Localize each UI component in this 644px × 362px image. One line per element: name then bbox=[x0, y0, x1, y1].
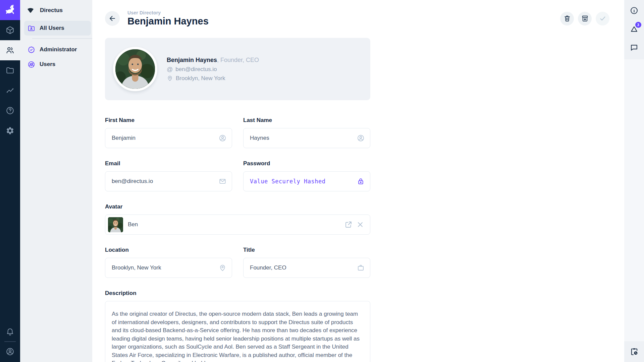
field-label: Title bbox=[243, 247, 370, 253]
info-icon bbox=[630, 6, 638, 15]
nav-item-administrator[interactable]: Administrator bbox=[24, 42, 91, 57]
launch-icon bbox=[344, 221, 353, 229]
nav-item-label: All Users bbox=[40, 25, 64, 32]
right-sidebar-tools: 3 bbox=[624, 0, 644, 59]
location-input[interactable] bbox=[105, 258, 232, 278]
title-input[interactable] bbox=[243, 258, 370, 278]
pending-actions-button[interactable] bbox=[627, 344, 642, 359]
bell-icon bbox=[6, 327, 14, 336]
revisions-button[interactable]: 3 bbox=[627, 21, 642, 36]
remove-file-button[interactable] bbox=[356, 221, 364, 229]
nav-item-label: Users bbox=[40, 61, 55, 68]
at-icon: @ bbox=[167, 66, 173, 72]
help-icon bbox=[6, 106, 14, 115]
profile-name: Benjamin Haynes bbox=[167, 57, 217, 63]
fan-icon bbox=[26, 6, 35, 15]
nav-item-users[interactable]: Users bbox=[24, 57, 91, 72]
divider bbox=[32, 38, 92, 39]
module-content[interactable] bbox=[0, 20, 20, 40]
field-label: First Name bbox=[105, 117, 232, 124]
first-name-input[interactable] bbox=[105, 128, 232, 148]
directus-rabbit-icon bbox=[4, 4, 16, 16]
profile-card: Benjamin Haynes, Founder, CEO @ ben@dire… bbox=[105, 38, 370, 100]
page-title: Benjamin Haynes bbox=[127, 16, 209, 27]
nav-item-all-users[interactable]: All Users bbox=[24, 21, 91, 36]
field-location: Location bbox=[105, 247, 232, 278]
field-password: Password bbox=[243, 160, 370, 191]
pending-actions-icon bbox=[630, 347, 639, 356]
field-avatar: Avatar Ben bbox=[105, 203, 370, 235]
open-file-button[interactable] bbox=[344, 221, 353, 229]
user-form: First Name Last Name bbox=[105, 117, 370, 362]
folder-user-icon bbox=[28, 24, 35, 32]
field-email: Email bbox=[105, 160, 232, 191]
module-insights[interactable] bbox=[0, 80, 20, 101]
archive-icon bbox=[581, 15, 589, 22]
field-label: Password bbox=[243, 160, 370, 167]
mail-icon bbox=[219, 178, 226, 185]
close-icon bbox=[356, 221, 364, 229]
profile-email-row: @ ben@directus.io bbox=[167, 66, 259, 73]
divider bbox=[4, 341, 16, 342]
account-button[interactable] bbox=[0, 343, 20, 360]
arrow-left-icon bbox=[108, 14, 116, 22]
right-sidebar: 3 bbox=[624, 0, 644, 362]
field-first-name: First Name bbox=[105, 117, 232, 148]
profile-email: ben@directus.io bbox=[175, 66, 217, 73]
people-icon bbox=[6, 46, 14, 55]
project-name: Directus bbox=[40, 7, 63, 14]
field-label: Avatar bbox=[105, 203, 370, 210]
main-panel: User Directory Benjamin Haynes bbox=[92, 0, 624, 362]
chat-bubble-icon bbox=[630, 43, 638, 52]
password-input[interactable] bbox=[243, 171, 370, 191]
briefcase-icon bbox=[357, 264, 365, 272]
profile-avatar bbox=[113, 47, 157, 91]
trash-icon bbox=[564, 15, 571, 22]
field-description: Description As the original creator of D… bbox=[105, 290, 370, 362]
nav-item-label: Administrator bbox=[40, 46, 77, 53]
check-icon bbox=[599, 15, 606, 22]
place-pin-icon bbox=[167, 75, 173, 81]
comments-button[interactable] bbox=[627, 40, 642, 55]
profile-role: , Founder, CEO bbox=[217, 57, 259, 63]
save-button[interactable] bbox=[596, 12, 609, 25]
profile-info: Benjamin Haynes, Founder, CEO @ ben@dire… bbox=[167, 57, 259, 82]
field-label: Description bbox=[105, 290, 370, 297]
directus-logo[interactable] bbox=[0, 0, 20, 20]
title-block: User Directory Benjamin Haynes bbox=[127, 10, 209, 27]
field-title: Title bbox=[243, 247, 370, 278]
form-content: Benjamin Haynes, Founder, CEO @ ben@dire… bbox=[105, 38, 370, 362]
gear-icon bbox=[6, 126, 14, 135]
account-circle-icon bbox=[357, 134, 365, 142]
module-bar-bottom bbox=[0, 323, 20, 362]
description-textarea[interactable]: As the original creator of Directus, the… bbox=[105, 301, 370, 362]
lock-icon bbox=[357, 178, 365, 185]
folder-icon bbox=[6, 66, 14, 75]
insights-icon bbox=[6, 86, 14, 95]
profile-location-row: Brooklyn, New York bbox=[167, 75, 259, 82]
archive-button[interactable] bbox=[578, 12, 592, 25]
avatar-file-input[interactable]: Ben bbox=[105, 215, 370, 235]
breadcrumb[interactable]: User Directory bbox=[127, 10, 209, 15]
back-button[interactable] bbox=[105, 11, 120, 26]
module-bar bbox=[0, 0, 20, 362]
users-circle-icon bbox=[28, 61, 35, 68]
module-file-library[interactable] bbox=[0, 60, 20, 80]
place-pin-icon bbox=[219, 264, 226, 272]
info-button[interactable] bbox=[627, 3, 642, 18]
notifications-button[interactable] bbox=[0, 323, 20, 340]
module-settings[interactable] bbox=[0, 121, 20, 141]
field-label: Last Name bbox=[243, 117, 370, 124]
page-header: User Directory Benjamin Haynes bbox=[92, 0, 624, 27]
last-name-input[interactable] bbox=[243, 128, 370, 148]
account-circle-icon bbox=[219, 134, 226, 142]
project-switcher[interactable]: Directus bbox=[20, 0, 92, 21]
header-actions bbox=[560, 12, 609, 25]
avatar-thumbnail bbox=[108, 217, 123, 232]
delete-button[interactable] bbox=[560, 12, 574, 25]
email-input[interactable] bbox=[105, 171, 232, 191]
module-help[interactable] bbox=[0, 101, 20, 121]
field-label: Location bbox=[105, 247, 232, 253]
module-user-directory[interactable] bbox=[0, 40, 20, 60]
cube-icon bbox=[6, 26, 14, 35]
